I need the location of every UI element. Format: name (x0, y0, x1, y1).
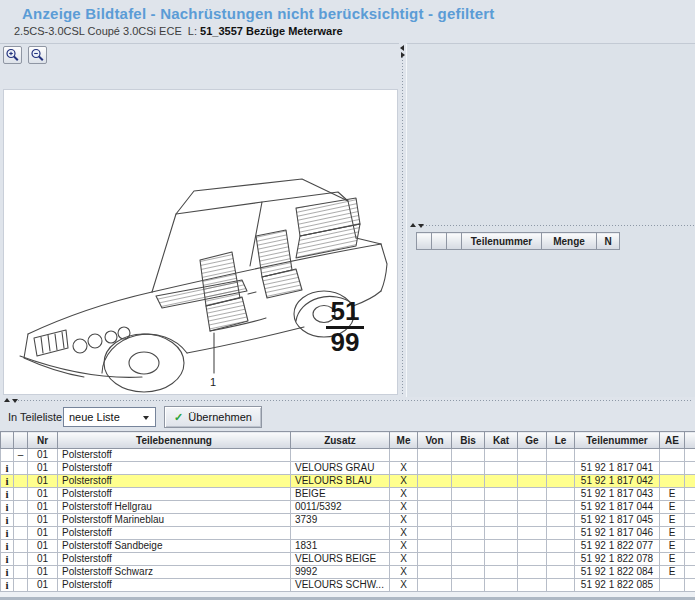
selection-splitter[interactable] (407, 221, 695, 230)
cell-von[interactable] (418, 527, 452, 540)
cell-me[interactable]: X (390, 566, 418, 579)
cell-ae[interactable] (660, 579, 685, 592)
cell-zusatz[interactable]: VELOURS BLAU (291, 475, 390, 488)
uebernehmen-button[interactable]: ✓Übernehmen (164, 406, 262, 428)
cell-nr[interactable]: 01 (28, 527, 58, 540)
cell-le[interactable] (547, 449, 575, 462)
cell-ae[interactable] (660, 462, 685, 475)
cell-teilenummer[interactable]: 51 92 1 817 046 (575, 527, 660, 540)
cell-nr[interactable]: 01 (28, 475, 58, 488)
vertical-splitter[interactable] (399, 43, 406, 397)
cell-bis[interactable] (452, 553, 485, 566)
cell-bis[interactable] (452, 462, 485, 475)
cell-kat[interactable] (485, 527, 518, 540)
info-icon[interactable] (1, 449, 14, 462)
cell-filler[interactable] (685, 501, 695, 514)
cell-bis[interactable] (452, 449, 485, 462)
splitter-collapse-up-icon[interactable] (410, 223, 416, 227)
info-icon[interactable]: i (1, 553, 14, 566)
cell-von[interactable] (418, 475, 452, 488)
expand-toggle[interactable] (14, 501, 28, 514)
info-icon[interactable]: i (1, 566, 14, 579)
cell-nr[interactable]: 01 (28, 501, 58, 514)
cell-teilenummer[interactable]: 51 92 1 817 041 (575, 462, 660, 475)
cell-nr[interactable]: 01 (28, 449, 58, 462)
expand-toggle[interactable] (14, 475, 28, 488)
cell-bis[interactable] (452, 488, 485, 501)
cell-ge[interactable] (518, 527, 547, 540)
cell-ge[interactable] (518, 449, 547, 462)
expand-toggle[interactable] (14, 527, 28, 540)
cell-bis[interactable] (452, 579, 485, 592)
cell-ge[interactable] (518, 553, 547, 566)
cell-zusatz[interactable] (291, 527, 390, 540)
table-row[interactable]: i01PolsterstoffVELOURS GRAUX51 92 1 817 … (1, 462, 695, 475)
cell-nr[interactable]: 01 (28, 540, 58, 553)
cell-zusatz[interactable]: 1831 (291, 540, 390, 553)
expand-toggle[interactable] (14, 579, 28, 592)
table-row[interactable]: –01Polsterstoff (1, 449, 695, 462)
cell-teilebenennung[interactable]: Polsterstoff (58, 475, 291, 488)
expand-toggle[interactable] (14, 488, 28, 501)
cell-kat[interactable] (485, 514, 518, 527)
info-icon[interactable]: i (1, 462, 14, 475)
cell-filler[interactable] (685, 540, 695, 553)
splitter-collapse-left-icon[interactable] (400, 45, 404, 51)
table-row[interactable]: i01PolsterstoffVELOURS SCHW...X51 92 1 8… (1, 579, 695, 592)
expand-toggle[interactable] (14, 566, 28, 579)
cell-bis[interactable] (452, 475, 485, 488)
info-icon[interactable]: i (1, 527, 14, 540)
table-row[interactable]: i01Polsterstoff Sandbeige1831X51 92 1 82… (1, 540, 695, 553)
cell-zusatz[interactable]: 3739 (291, 514, 390, 527)
cell-ae[interactable]: E (660, 501, 685, 514)
zoom-out-button[interactable] (28, 46, 47, 64)
cell-le[interactable] (547, 488, 575, 501)
cell-le[interactable] (547, 553, 575, 566)
cell-von[interactable] (418, 488, 452, 501)
cell-ae[interactable]: E (660, 514, 685, 527)
info-icon[interactable]: i (1, 514, 14, 527)
cell-bis[interactable] (452, 566, 485, 579)
cell-bis[interactable] (452, 527, 485, 540)
table-row[interactable]: i01PolsterstoffVELOURS BEIGEX51 92 1 822… (1, 553, 695, 566)
cell-filler[interactable] (685, 527, 695, 540)
cell-ae[interactable] (660, 449, 685, 462)
table-row[interactable]: i01PolsterstoffBEIGEX51 92 1 817 043E (1, 488, 695, 501)
info-icon[interactable]: i (1, 579, 14, 592)
cell-kat[interactable] (485, 553, 518, 566)
expand-toggle[interactable] (14, 462, 28, 475)
cell-kat[interactable] (485, 449, 518, 462)
zoom-in-button[interactable] (3, 46, 22, 64)
cell-ae[interactable] (660, 475, 685, 488)
cell-me[interactable]: X (390, 553, 418, 566)
cell-ae[interactable]: E (660, 566, 685, 579)
cell-me[interactable]: X (390, 579, 418, 592)
cell-filler[interactable] (685, 566, 695, 579)
info-icon[interactable]: i (1, 475, 14, 488)
cell-nr[interactable]: 01 (28, 514, 58, 527)
table-row[interactable]: i01PolsterstoffVELOURS BLAUX51 92 1 817 … (1, 475, 695, 488)
cell-teilenummer[interactable]: 51 92 1 817 042 (575, 475, 660, 488)
cell-filler[interactable] (685, 449, 695, 462)
cell-me[interactable]: X (390, 501, 418, 514)
info-icon[interactable]: i (1, 540, 14, 553)
cell-ge[interactable] (518, 566, 547, 579)
cell-kat[interactable] (485, 579, 518, 592)
cell-kat[interactable] (485, 488, 518, 501)
cell-teilebenennung[interactable]: Polsterstoff (58, 449, 291, 462)
cell-filler[interactable] (685, 579, 695, 592)
cell-teilebenennung[interactable]: Polsterstoff Marineblau (58, 514, 291, 527)
cell-zusatz[interactable]: 9992 (291, 566, 390, 579)
cell-le[interactable] (547, 579, 575, 592)
cell-le[interactable] (547, 501, 575, 514)
cell-me[interactable] (390, 449, 418, 462)
cell-me[interactable]: X (390, 540, 418, 553)
cell-nr[interactable]: 01 (28, 566, 58, 579)
cell-nr[interactable]: 01 (28, 488, 58, 501)
cell-kat[interactable] (485, 501, 518, 514)
cell-von[interactable] (418, 501, 452, 514)
cell-teilebenennung[interactable]: Polsterstoff (58, 488, 291, 501)
cell-von[interactable] (418, 566, 452, 579)
cell-ge[interactable] (518, 488, 547, 501)
cell-von[interactable] (418, 579, 452, 592)
